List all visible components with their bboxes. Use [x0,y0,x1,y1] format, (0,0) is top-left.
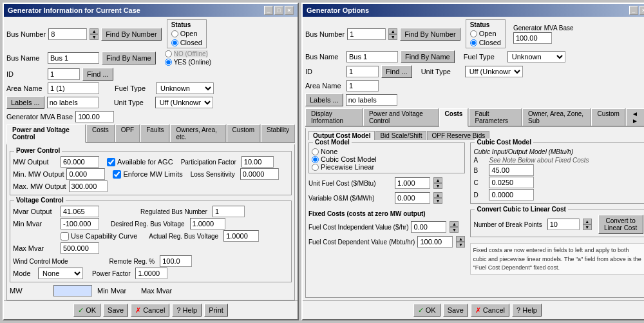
cost-piecewise-radio[interactable] [312,164,319,171]
r-tab-power-voltage[interactable]: Power and Voltage Control [363,108,439,126]
convert-btn[interactable]: Convert to Linear Cost [598,215,643,234]
inner-tab-bid-scale[interactable]: Bid Scale/Shift [375,131,426,140]
tab-stability[interactable]: Stability [261,124,295,142]
r-unit-type-select[interactable]: Uff (Unknown) [465,66,523,77]
right-close-btn[interactable]: × [639,6,644,15]
mw-output-input[interactable] [61,156,99,168]
left-save-btn[interactable]: Save [103,304,128,317]
r-fuel-type-select[interactable]: Unknown [507,51,565,63]
min-mvar-input[interactable] [61,218,99,230]
right-minimize-btn[interactable]: _ [629,6,638,15]
unit-fuel-down[interactable]: ▼ [433,183,442,189]
area-name-input[interactable] [48,83,99,94]
close-btn[interactable]: × [285,6,294,15]
break-points-down[interactable]: ▼ [583,224,592,230]
tab-costs[interactable]: Costs [86,124,115,142]
r-find-by-number-btn[interactable]: Find By Number [400,28,460,41]
c-input[interactable] [489,177,534,188]
tab-faults[interactable]: Faults [140,124,169,142]
desired-reg-input[interactable] [190,218,225,230]
mode-select[interactable]: None [38,268,83,279]
tab-owners[interactable]: Owners, Area, etc. [170,124,225,142]
r-bus-number-up[interactable]: ▲ [388,28,397,34]
mvar-output-input[interactable] [61,206,99,217]
left-print-btn[interactable]: Print [204,304,228,317]
right-save-btn[interactable]: Save [443,304,468,317]
min-mw-input[interactable] [66,168,105,180]
r-bus-number-input[interactable] [347,28,386,40]
energized-no-radio[interactable] [165,50,172,57]
enforce-mw-checkbox[interactable] [113,170,121,179]
bus-number-down[interactable]: ▼ [90,34,99,40]
status-open-radio[interactable] [171,30,178,37]
b-input[interactable] [489,164,534,176]
find-by-name-btn[interactable]: Find By Name [102,52,156,64]
labels-input[interactable] [47,97,99,108]
cost-none-radio[interactable] [312,148,319,155]
r-tab-fault[interactable]: Fault Parameters [469,108,522,126]
variable-om-down[interactable]: ▼ [433,198,442,204]
fuel-dep-down[interactable]: ▼ [456,242,465,248]
r-area-name-input[interactable] [346,80,379,92]
fuel-cost-dep-input[interactable] [417,236,453,248]
variable-om-input[interactable] [395,192,430,204]
break-points-up[interactable]: ▲ [583,219,592,224]
bus-name-input[interactable] [48,52,99,64]
remote-reg-input[interactable] [160,255,192,267]
unit-fuel-up[interactable]: ▲ [433,177,442,183]
loss-sensitivity-input[interactable] [240,168,279,180]
r-tab-more[interactable]: ◄ ► [626,108,644,126]
max-mvar-input[interactable] [61,242,99,254]
fuel-type-select[interactable]: Unknown [156,83,214,94]
r-find-btn[interactable]: Find ... [381,65,412,78]
unit-fuel-cost-input[interactable] [395,177,430,189]
right-cancel-btn[interactable]: ✗ Cancel [471,304,509,317]
left-help-btn[interactable]: ? Help [172,304,202,317]
minimize-btn[interactable]: _ [264,6,273,15]
actual-reg-input[interactable] [223,230,259,242]
d-input[interactable] [489,189,534,201]
r-find-by-name-btn[interactable]: Find By Name [401,50,455,63]
status-closed-radio[interactable] [171,39,178,46]
find-by-number-btn[interactable]: Find By Number [101,28,161,41]
fuel-cost-indep-input[interactable] [411,221,446,233]
mw-bottom-input[interactable] [53,285,92,297]
r-status-open-radio[interactable] [470,30,477,37]
find-btn[interactable]: Find ... [82,68,113,81]
r-status-closed-radio[interactable] [470,39,477,46]
max-mw-input[interactable] [69,181,108,192]
gen-mva-input[interactable] [75,111,114,122]
labels-btn[interactable]: Labels ... [6,96,44,109]
energized-yes-radio[interactable] [165,59,172,66]
available-agc-checkbox[interactable] [107,158,115,166]
power-factor-input[interactable] [135,268,167,279]
right-help-btn[interactable]: ? Help [512,304,542,317]
fuel-indep-up[interactable]: ▲ [450,221,459,227]
r-tab-custom[interactable]: Custom [591,108,625,126]
r-bus-number-down[interactable]: ▼ [388,34,397,40]
left-cancel-btn[interactable]: ✗ Cancel [131,304,169,317]
bus-number-input[interactable] [48,28,87,40]
r-tab-display[interactable]: Display Information [305,108,363,126]
id-input[interactable] [48,68,80,80]
r-id-input[interactable] [346,66,379,77]
right-ok-btn[interactable]: ✓ OK [413,304,440,317]
left-ok-btn[interactable]: ✓ OK [73,304,100,317]
tab-power-voltage[interactable]: Power and Voltage Control [6,124,86,143]
bus-number-up[interactable]: ▲ [90,28,99,34]
cost-cubic-radio[interactable] [312,156,319,163]
tab-opf[interactable]: OPF [115,124,140,142]
fuel-dep-up[interactable]: ▲ [456,236,465,242]
r-labels-input[interactable] [346,94,397,106]
r-tab-owner[interactable]: Owner, Area, Zone, Sub [522,108,591,126]
r-labels-btn[interactable]: Labels ... [305,93,343,106]
r-gen-mva-input[interactable] [513,32,552,44]
participation-factor-input[interactable] [242,156,274,168]
use-capability-checkbox[interactable] [61,232,69,240]
reg-bus-number-input[interactable] [213,206,245,217]
r-bus-name-input[interactable] [346,51,398,63]
maximize-btn[interactable]: □ [274,6,283,15]
tab-custom[interactable]: Custom [227,124,260,142]
break-points-input[interactable] [547,219,580,230]
r-tab-costs[interactable]: Costs [439,108,469,127]
